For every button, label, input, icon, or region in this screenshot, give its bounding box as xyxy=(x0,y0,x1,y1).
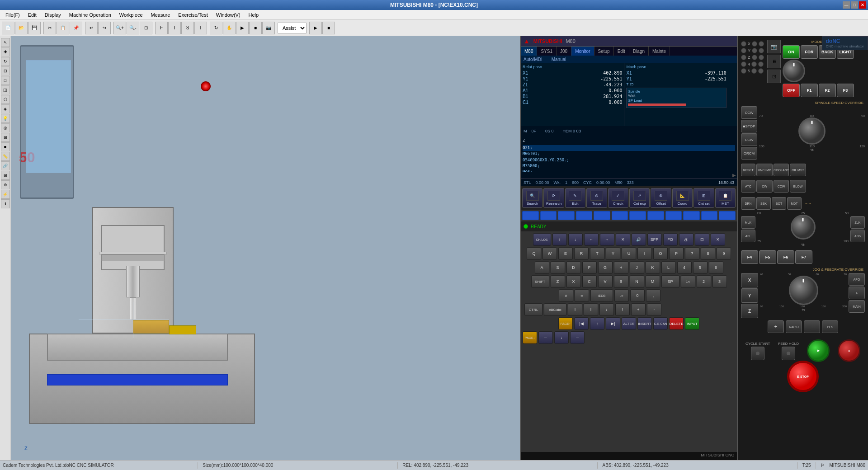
kbd-2[interactable]: 2 xyxy=(697,275,711,288)
atc-btn[interactable]: ATC xyxy=(741,180,755,193)
menu-exercise[interactable]: Exercise/Test xyxy=(175,11,211,19)
lt-lightning[interactable]: ⚡ xyxy=(1,190,10,199)
lt-light[interactable]: 💡 xyxy=(1,114,10,123)
reset-btn[interactable]: RESET xyxy=(741,164,755,176)
kbd-5[interactable]: 5 xyxy=(693,261,708,274)
z-axis-btn[interactable]: Z xyxy=(741,304,758,318)
tb-copy[interactable]: 📋 xyxy=(57,22,69,34)
blue-btn-8[interactable] xyxy=(647,211,664,220)
tb-play[interactable]: ▶ xyxy=(236,22,249,34)
kbd-equals[interactable]: = xyxy=(575,289,589,302)
oil-mst-btn[interactable]: OIL MST xyxy=(790,164,806,176)
f5-button[interactable]: F5 xyxy=(759,250,776,264)
gcode-scroll-arrow[interactable]: ▶ xyxy=(732,173,736,178)
tb-zoom-in[interactable]: 🔍+ xyxy=(113,22,126,34)
kbd-ctrl[interactable]: CTRL xyxy=(524,303,542,316)
cycle-start-button[interactable]: ▶ xyxy=(807,339,830,362)
kbd-up[interactable]: ↑ xyxy=(590,317,604,330)
for-button[interactable]: FOR xyxy=(801,45,818,59)
kbd-e[interactable]: E xyxy=(558,247,573,260)
tb-stop[interactable]: ■ xyxy=(249,22,262,34)
kbd-left[interactable]: ← xyxy=(538,331,553,344)
kbd-right[interactable]: → xyxy=(570,331,585,344)
lt-material[interactable]: ◎ xyxy=(1,123,10,132)
stop-btn[interactable]: ■STOP xyxy=(741,120,757,132)
off-button[interactable]: OFF xyxy=(783,84,800,97)
tab-setup[interactable]: Setup xyxy=(594,47,614,56)
kbd-eob[interactable]: /EOB xyxy=(590,289,613,302)
blow-btn[interactable]: BLOW xyxy=(790,180,806,193)
kbd-nav2[interactable]: ↓ xyxy=(568,233,583,246)
lt-info2[interactable]: ℹ xyxy=(1,199,10,208)
func-btn-edit[interactable]: ✎ Edit xyxy=(565,188,585,208)
kbd-minus-eq[interactable]: -= xyxy=(614,289,629,302)
kbd-3[interactable]: 3 xyxy=(712,275,727,288)
tb-camera[interactable]: 📷 xyxy=(262,22,275,34)
lt-view2[interactable]: ◫ xyxy=(1,85,10,94)
kbd-d[interactable]: D xyxy=(566,261,581,274)
4-btn[interactable]: 4 xyxy=(849,287,865,299)
plus-btn[interactable]: + xyxy=(768,320,784,333)
blue-btn-5[interactable] xyxy=(594,211,610,220)
func-btn-research[interactable]: ⟳ Research xyxy=(543,188,564,208)
menu-display[interactable]: Display xyxy=(41,11,65,19)
kbd-down[interactable]: ↓ xyxy=(554,331,569,344)
menu-edit[interactable]: Edit xyxy=(24,11,40,19)
kbd-i[interactable]: I xyxy=(637,247,652,260)
blue-btn-3[interactable] xyxy=(558,211,575,220)
kbd-a[interactable]: A xyxy=(535,261,549,274)
tb-fit[interactable]: ⊡ xyxy=(140,22,152,34)
kbd-r[interactable]: R xyxy=(574,247,589,260)
menu-machine-operation[interactable]: Machine Operation xyxy=(66,11,115,19)
kbd-1l[interactable]: 1< xyxy=(681,275,695,288)
blue-btn-10[interactable] xyxy=(683,211,700,220)
tab-mainte[interactable]: Mainte xyxy=(649,47,670,56)
kbd-s[interactable]: S xyxy=(551,261,565,274)
tb-save[interactable]: 💾 xyxy=(28,22,41,34)
3d-viewport[interactable]: 50 Z xyxy=(11,36,520,460)
func-btn-offset[interactable]: ⊕ Offset xyxy=(651,188,671,208)
abs-btn[interactable]: ABS xyxy=(850,230,865,242)
func-btn-mst[interactable]: 📋 MST xyxy=(715,188,736,208)
tb-pan[interactable]: ✋ xyxy=(223,22,236,34)
tb-play2[interactable]: ▶ xyxy=(309,22,322,34)
afl-btn[interactable]: AFL xyxy=(741,230,755,242)
kbd-0[interactable]: 0 xyxy=(630,289,645,302)
menu-help[interactable]: Help xyxy=(245,11,263,19)
lt-move[interactable]: ✚ xyxy=(1,47,10,56)
tb-undo[interactable]: ↩ xyxy=(85,22,98,34)
kbd-l[interactable]: L xyxy=(661,261,676,274)
lt-measure2[interactable]: 📏 xyxy=(1,152,10,161)
blue-btn-11[interactable] xyxy=(701,211,718,220)
kbd-can[interactable]: C-B CAN xyxy=(653,317,668,330)
kbd-j[interactable]: J xyxy=(630,261,644,274)
kbd-q[interactable]: Q xyxy=(527,247,541,260)
kbd-z[interactable]: Z xyxy=(551,275,565,288)
kbd-6[interactable]: 6 xyxy=(709,261,723,274)
spindle-speed-knob[interactable] xyxy=(798,118,826,145)
lt-snap[interactable]: 🔗 xyxy=(1,161,10,170)
kbd-shift[interactable]: SHIFT xyxy=(531,275,549,288)
kbd-excl[interactable]: ! xyxy=(615,303,630,316)
jog-feedrate-knob[interactable] xyxy=(789,276,818,305)
kbd-nav3[interactable]: ← xyxy=(584,233,599,246)
tab-m80[interactable]: M80 xyxy=(521,47,537,56)
tab-sys1[interactable]: SYS1 xyxy=(537,47,557,56)
tb-redo[interactable]: ↪ xyxy=(98,22,111,34)
kbd-sound[interactable]: 🔊 xyxy=(632,233,646,246)
on-button[interactable]: ON xyxy=(783,45,800,59)
blue-btn-9[interactable] xyxy=(665,211,682,220)
kbd-abc[interactable]: ABC/abc xyxy=(544,303,566,316)
lt-solid[interactable]: ■ xyxy=(1,142,10,151)
tb-rotate[interactable]: ↻ xyxy=(210,22,222,34)
bot-btn[interactable]: BOT xyxy=(772,197,786,210)
kbd-pipe2[interactable]: I xyxy=(584,303,598,316)
main-btn[interactable]: MAIN xyxy=(849,300,865,313)
kbd-w[interactable]: W xyxy=(542,247,557,260)
kbd-plus-num[interactable]: + xyxy=(631,303,646,316)
screen-btn[interactable]: 🖥 xyxy=(767,55,781,68)
tb-side[interactable]: S xyxy=(181,22,194,34)
feed-hold-button[interactable]: ⏸ xyxy=(838,339,860,362)
ccw-btn-3[interactable]: CCW xyxy=(774,180,789,193)
mlk-btn[interactable]: MLK xyxy=(741,216,755,229)
